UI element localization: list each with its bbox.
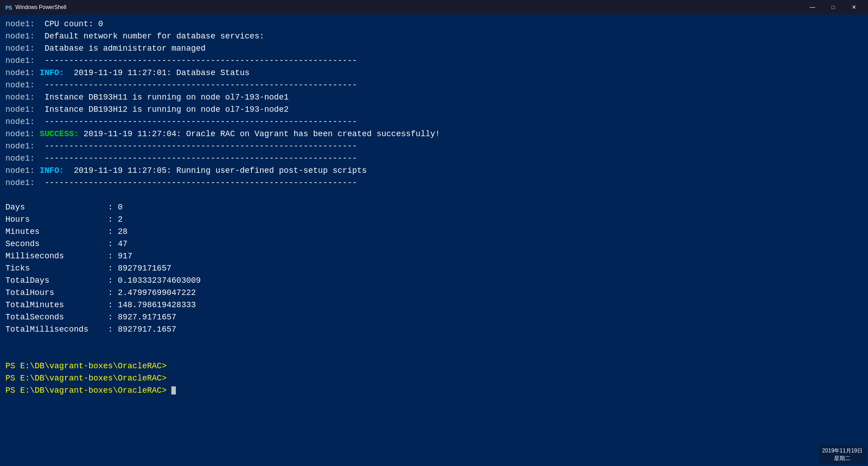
terminal-line — [5, 189, 863, 201]
terminal-line: node1: ---------------------------------… — [5, 177, 863, 189]
terminal-line — [5, 336, 863, 348]
minimize-button[interactable]: — — [802, 0, 823, 14]
app-icon: PS — [4, 3, 13, 12]
terminal-line: Ticks : 89279171657 — [5, 262, 863, 275]
terminal-line: Milliseconds : 917 — [5, 250, 863, 262]
terminal-line: node1: INFO: 2019-11-19 11:27:05: Runnin… — [5, 165, 863, 177]
terminal-line: node1: SUCCESS: 2019-11-19 11:27:04: Ora… — [5, 128, 863, 140]
terminal-line: node1: ---------------------------------… — [5, 55, 863, 67]
terminal-line: node1: ---------------------------------… — [5, 116, 863, 128]
terminal-line: PS E:\DB\vagrant-boxes\OracleRAC> — [5, 372, 863, 385]
terminal-line: Days : 0 — [5, 201, 863, 214]
terminal-line: node1: ---------------------------------… — [5, 79, 863, 91]
terminal-line: node1: Instance DB193H12 is running on n… — [5, 104, 863, 116]
maximize-button[interactable]: □ — [823, 0, 844, 14]
terminal-line — [5, 348, 863, 360]
terminal-line: Hours : 2 — [5, 214, 863, 226]
terminal-line: PS E:\DB\vagrant-boxes\OracleRAC> — [5, 360, 863, 372]
terminal-line: node1: CPU count: 0 — [5, 18, 863, 30]
title-bar: PS Windows PowerShell — □ ✕ — [0, 0, 868, 14]
terminal-line: node1: ---------------------------------… — [5, 140, 863, 152]
taskbar-clock: 2019年11月19日 星期二 — [819, 445, 866, 464]
terminal-line: node1: Default network number for databa… — [5, 30, 863, 43]
terminal-line: Minutes : 28 — [5, 226, 863, 238]
close-button[interactable]: ✕ — [844, 0, 864, 14]
terminal-line: TotalMilliseconds : 8927917.1657 — [5, 323, 863, 336]
clock-day: 星期二 — [822, 455, 863, 462]
terminal-line: PS E:\DB\vagrant-boxes\OracleRAC> — [5, 385, 863, 397]
terminal-content: node1: CPU count: 0node1: Default networ… — [0, 14, 868, 466]
terminal-line: Seconds : 47 — [5, 238, 863, 250]
terminal-line: node1: Database is administrator managed — [5, 43, 863, 55]
svg-text:PS: PS — [5, 5, 12, 10]
clock-date: 2019年11月19日 — [822, 447, 863, 455]
terminal-line: node1: INFO: 2019-11-19 11:27:01: Databa… — [5, 67, 863, 79]
terminal-line: TotalHours : 2.47997699047222 — [5, 287, 863, 299]
powershell-window: PS Windows PowerShell — □ ✕ node1: CPU c… — [0, 0, 868, 466]
terminal-line: TotalSeconds : 8927.9171657 — [5, 311, 863, 323]
window-title: Windows PowerShell — [15, 4, 802, 10]
terminal-line: node1: Instance DB193H11 is running on n… — [5, 91, 863, 104]
terminal-line: TotalDays : 0.103332374603009 — [5, 275, 863, 287]
terminal-line: TotalMinutes : 148.798619428333 — [5, 299, 863, 311]
window-controls: — □ ✕ — [802, 0, 864, 14]
terminal-line: node1: ---------------------------------… — [5, 152, 863, 165]
